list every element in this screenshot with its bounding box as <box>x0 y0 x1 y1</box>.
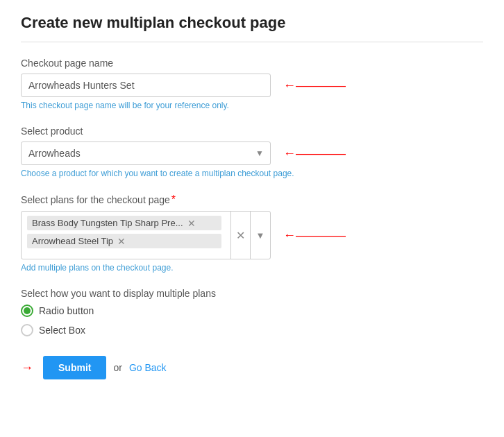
product-hint: Choose a product for which you want to c… <box>21 169 483 178</box>
product-row: Arrowheads ▼ ←———— <box>21 142 483 165</box>
radio-label-radio-button: Radio button <box>39 305 94 316</box>
plans-row: Brass Body Tungsten Tip Sharp Pre... ✕ A… <box>21 211 483 259</box>
product-select[interactable]: Arrowheads <box>21 142 271 165</box>
arrow-indicator-1: ←———— <box>283 78 346 93</box>
radio-item-radio-button[interactable]: Radio button <box>21 305 483 317</box>
plans-multiselect[interactable]: Brass Body Tungsten Tip Sharp Pre... ✕ A… <box>21 211 271 259</box>
checkout-name-input[interactable] <box>21 74 271 97</box>
multiselect-controls: ✕ ▼ <box>230 212 270 259</box>
display-radio-group: Radio button Select Box <box>21 305 483 336</box>
multiselect-dropdown-button[interactable]: ▼ <box>251 212 270 259</box>
submit-button[interactable]: Submit <box>43 356 106 379</box>
divider <box>21 42 483 42</box>
go-back-link[interactable]: Go Back <box>129 362 167 373</box>
plan-tag-1: Brass Body Tungsten Tip Sharp Pre... ✕ <box>27 216 221 230</box>
product-select-wrapper: Arrowheads ▼ <box>21 142 271 165</box>
plan-tag-2-label: Arrowhead Steel Tip <box>32 236 113 246</box>
checkout-name-row: ←———— <box>21 74 483 97</box>
footer-row: → Submit or Go Back <box>21 356 483 379</box>
plan-tag-1-close[interactable]: ✕ <box>187 218 196 228</box>
arrow-indicator-submit: → <box>21 361 33 375</box>
checkout-name-label: Checkout page name <box>21 58 483 69</box>
required-star: * <box>171 194 176 206</box>
arrow-indicator-2: ←———— <box>283 146 346 161</box>
plans-section: Select plans for the checkout page * Bra… <box>21 194 483 273</box>
product-label: Select product <box>21 126 483 137</box>
radio-item-select-box[interactable]: Select Box <box>21 324 483 336</box>
product-section: Select product Arrowheads ▼ ←———— Choose… <box>21 126 483 178</box>
plans-label: Select plans for the checkout page <box>21 194 170 205</box>
arrow-indicator-3: ←———— <box>283 228 346 243</box>
checkout-name-section: Checkout page name ←———— This checkout p… <box>21 58 483 110</box>
checkout-name-hint: This checkout page name will be for your… <box>21 101 483 110</box>
plan-tag-1-label: Brass Body Tungsten Tip Sharp Pre... <box>32 218 183 228</box>
plan-tag-2-close[interactable]: ✕ <box>117 237 126 246</box>
multiselect-clear-button[interactable]: ✕ <box>231 212 251 259</box>
plans-hint: Add multiple plans on the checkout page. <box>21 263 483 273</box>
page-title: Create new multiplan checkout page <box>21 14 483 32</box>
radio-circle-select-box[interactable] <box>21 324 33 336</box>
radio-label-select-box: Select Box <box>39 325 85 336</box>
plan-tag-2: Arrowhead Steel Tip ✕ <box>27 234 221 248</box>
display-section: Select how you want to display multiple … <box>21 288 483 336</box>
display-label: Select how you want to display multiple … <box>21 288 483 299</box>
radio-circle-radio-button[interactable] <box>21 305 33 317</box>
or-text: or <box>113 362 121 373</box>
